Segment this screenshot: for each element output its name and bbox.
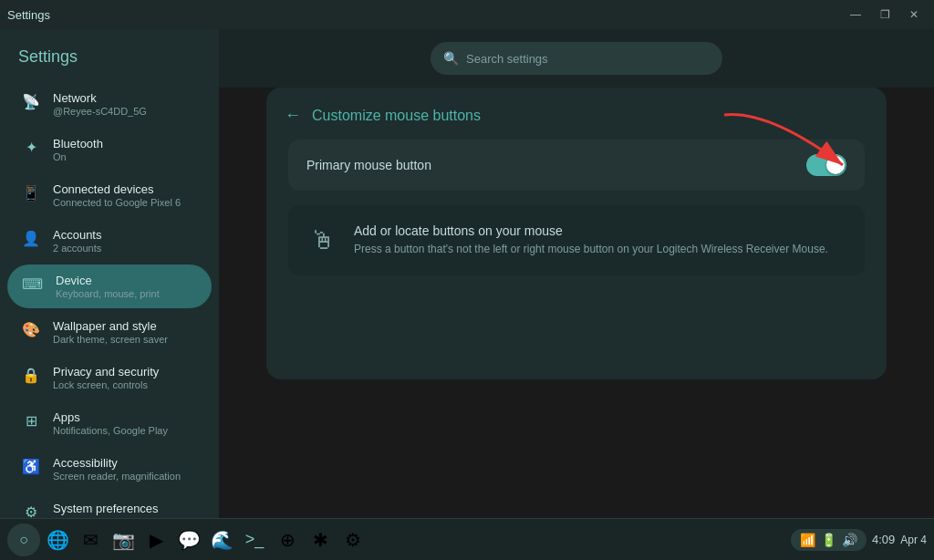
search-input[interactable] bbox=[466, 52, 710, 66]
tray-volume-icon: 🔊 bbox=[842, 533, 857, 547]
taskbar-edge-icon[interactable]: 🌊 bbox=[206, 524, 237, 555]
wallpaper-icon: 🎨 bbox=[22, 321, 40, 338]
taskbar-photos-icon[interactable]: 📷 bbox=[108, 524, 139, 555]
system-icon: ⚙ bbox=[22, 503, 40, 518]
device-icon: ⌨ bbox=[22, 275, 43, 293]
launcher-icon: ○ bbox=[19, 532, 28, 548]
mouse-section-desc: Press a button that's not the left or ri… bbox=[354, 242, 828, 257]
app-body: Settings 📡 Network @Reyee-sC4DD_5G ✦ Blu… bbox=[0, 29, 934, 518]
sidebar-label-accessibility: Accessibility bbox=[53, 456, 181, 470]
sidebar-sub-accounts: 2 accounts bbox=[53, 243, 101, 254]
taskbar-tray: 📶 🔋 🔊 bbox=[791, 529, 867, 551]
mouse-section-title: Add or locate buttons on your mouse bbox=[354, 223, 828, 238]
card-header: ← Customize mouse buttons bbox=[266, 88, 887, 140]
sidebar-item-accessibility[interactable]: ♿ Accessibility Screen reader, magnifica… bbox=[7, 447, 212, 491]
sidebar-sub-accessibility: Screen reader, magnification bbox=[53, 471, 181, 482]
taskbar-chrome-icon[interactable]: 🌐 bbox=[42, 524, 73, 555]
back-button[interactable]: ← bbox=[285, 106, 301, 125]
page-title: Customize mouse buttons bbox=[312, 108, 481, 124]
sidebar-label-wallpaper: Wallpaper and style bbox=[53, 319, 168, 333]
sidebar-label-connected: Connected devices bbox=[53, 182, 181, 196]
search-bar[interactable]: 🔍 bbox=[431, 42, 722, 75]
sidebar-title: Settings bbox=[18, 47, 78, 66]
sidebar-item-accounts[interactable]: 👤 Accounts 2 accounts bbox=[7, 219, 212, 263]
tray-battery-icon: 🔋 bbox=[821, 533, 836, 547]
sidebar-sub-bluetooth: On bbox=[53, 151, 103, 162]
sidebar-sub-network: @Reyee-sC4DD_5G bbox=[53, 106, 147, 117]
taskbar-left: ○ 🌐 ✉ 📷 ▶ 💬 🌊 >_ ⊕ ✱ ⚙ bbox=[7, 524, 368, 556]
sidebar-sub-wallpaper: Dark theme, screen saver bbox=[53, 334, 168, 345]
taskbar-youtube-icon[interactable]: ▶ bbox=[140, 524, 171, 555]
main-wrapper: 🔍 ← Customize mouse buttons bbox=[219, 29, 934, 518]
taskbar-app6-icon[interactable]: ✱ bbox=[305, 524, 336, 555]
taskbar-right: 📶 🔋 🔊 4:09 Apr 4 bbox=[791, 529, 927, 551]
window-controls: — ❐ ✕ bbox=[843, 5, 927, 25]
sidebar-item-bluetooth[interactable]: ✦ Bluetooth On bbox=[7, 128, 212, 171]
search-area: 🔍 bbox=[219, 29, 934, 88]
sidebar-label-device: Device bbox=[56, 274, 160, 287]
toggle-knob bbox=[826, 156, 845, 174]
window-title: Settings bbox=[7, 8, 50, 22]
card-body: Primary mouse button 🖱 Add or locate but… bbox=[266, 140, 887, 297]
taskbar-settings-icon[interactable]: ⚙ bbox=[337, 524, 368, 555]
taskbar-discord-icon[interactable]: 💬 bbox=[173, 524, 204, 555]
sidebar-label-accounts: Accounts bbox=[53, 228, 101, 242]
sidebar-item-device[interactable]: ⌨ Device Keyboard, mouse, print bbox=[7, 264, 212, 308]
mouse-locate-row[interactable]: 🖱 Add or locate buttons on your mouse Pr… bbox=[288, 205, 865, 275]
primary-mouse-button-label: Primary mouse button bbox=[306, 158, 431, 172]
system-date: Apr 4 bbox=[900, 534, 927, 546]
privacy-icon: 🔒 bbox=[22, 367, 40, 384]
tray-wifi-icon: 📶 bbox=[800, 533, 815, 547]
accessibility-icon: ♿ bbox=[22, 458, 40, 475]
sidebar-label-apps: Apps bbox=[53, 410, 168, 424]
sidebar-item-apps[interactable]: ⊞ Apps Notifications, Google Play bbox=[7, 401, 212, 445]
sidebar-sub-apps: Notifications, Google Play bbox=[53, 425, 168, 436]
search-icon: 🔍 bbox=[443, 51, 459, 66]
sidebar-label-privacy: Privacy and security bbox=[53, 365, 159, 379]
taskbar-gmail-icon[interactable]: ✉ bbox=[75, 524, 106, 555]
apps-icon: ⊞ bbox=[22, 412, 40, 430]
primary-mouse-button-row: Primary mouse button bbox=[288, 140, 865, 191]
sidebar-header: Settings bbox=[0, 40, 219, 81]
sidebar-item-connected-devices[interactable]: 📱 Connected devices Connected to Google … bbox=[7, 173, 212, 217]
sidebar-label-bluetooth: Bluetooth bbox=[53, 137, 103, 150]
sidebar-sub-connected: Connected to Google Pixel 6 bbox=[53, 197, 181, 208]
content-card: ← Customize mouse buttons Primary mouse … bbox=[266, 88, 887, 379]
minimize-button[interactable]: — bbox=[843, 5, 868, 25]
system-time: 4:09 bbox=[872, 533, 895, 546]
accounts-icon: 👤 bbox=[22, 230, 40, 247]
content-area: ← Customize mouse buttons Primary mouse … bbox=[219, 88, 934, 518]
sidebar-item-wallpaper[interactable]: 🎨 Wallpaper and style Dark theme, screen… bbox=[7, 310, 212, 354]
close-button[interactable]: ✕ bbox=[901, 5, 927, 25]
bluetooth-icon: ✦ bbox=[22, 139, 40, 156]
connected-devices-icon: 📱 bbox=[22, 184, 40, 202]
taskbar-terminal-icon[interactable]: >_ bbox=[239, 524, 270, 555]
maximize-button[interactable]: ❐ bbox=[872, 5, 898, 25]
sidebar-label-network: Network bbox=[53, 91, 147, 105]
title-bar-left: Settings bbox=[7, 8, 50, 22]
sidebar-sub-privacy: Lock screen, controls bbox=[53, 379, 159, 390]
sidebar-sub-device: Keyboard, mouse, print bbox=[56, 288, 160, 299]
taskbar: ○ 🌐 ✉ 📷 ▶ 💬 🌊 >_ ⊕ ✱ ⚙ 📶 🔋 🔊 4:09 Apr 4 bbox=[0, 518, 934, 560]
title-bar: Settings — ❐ ✕ bbox=[0, 0, 934, 29]
sidebar-item-network[interactable]: 📡 Network @Reyee-sC4DD_5G bbox=[7, 82, 212, 126]
sidebar-item-system[interactable]: ⚙ System preferences Storage, power, lan… bbox=[7, 493, 212, 518]
sidebar-label-system: System preferences bbox=[53, 502, 167, 515]
taskbar-app5-icon[interactable]: ⊕ bbox=[272, 524, 303, 555]
primary-mouse-button-toggle[interactable] bbox=[806, 154, 846, 176]
sidebar: Settings 📡 Network @Reyee-sC4DD_5G ✦ Blu… bbox=[0, 29, 219, 518]
network-icon: 📡 bbox=[22, 93, 40, 110]
mouse-icon: 🖱 bbox=[306, 225, 339, 255]
sidebar-item-privacy[interactable]: 🔒 Privacy and security Lock screen, cont… bbox=[7, 356, 212, 399]
launcher-button[interactable]: ○ bbox=[7, 524, 40, 556]
